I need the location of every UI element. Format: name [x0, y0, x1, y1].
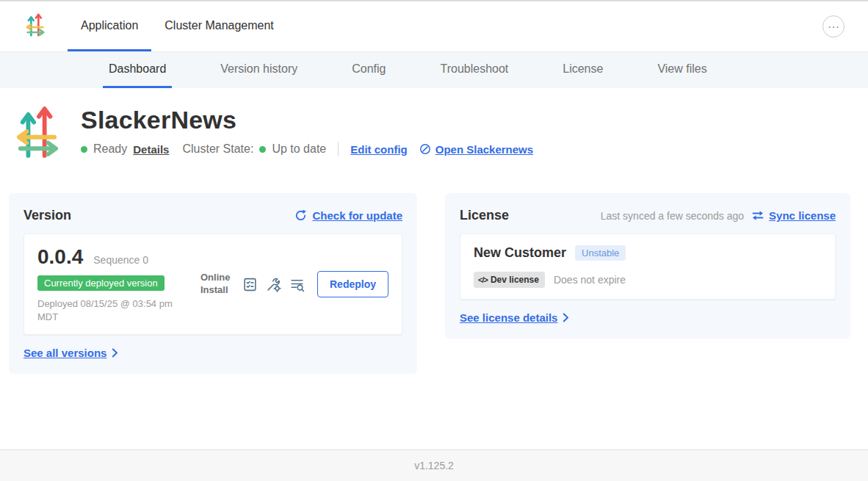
channel-badge: Unstable [575, 245, 626, 261]
open-app-label: Open Slackernews [435, 143, 533, 156]
version-action-icons [242, 277, 305, 292]
last-synced-text: Last synced a few seconds ago [601, 210, 744, 222]
version-card-header: Version Check for update [23, 208, 402, 223]
subnav-troubleshoot[interactable]: Troubleshoot [434, 52, 514, 88]
app-nav-bar: Dashboard Version history Config Trouble… [0, 52, 868, 88]
see-license-details-link[interactable]: See license details [460, 311, 836, 324]
license-header-actions: Last synced a few seconds ago Sync licen… [601, 209, 836, 222]
check-for-update-label: Check for update [312, 209, 402, 222]
version-card-title: Version [23, 208, 71, 223]
open-app-link[interactable]: Open Slackernews [419, 143, 533, 156]
license-row-type: </> Dev license Does not expire [474, 272, 822, 288]
sync-icon [751, 210, 764, 221]
version-card: Version Check for update 0.0.4 Sequ [9, 193, 417, 374]
tab-application[interactable]: Application [68, 1, 151, 51]
top-nav-bar: Application Cluster Management ⋯ [0, 0, 868, 52]
subnav-dashboard[interactable]: Dashboard [103, 52, 172, 88]
footer: v1.125.2 [0, 449, 868, 481]
license-panel: New Customer Unstable </> Dev license Do… [460, 234, 836, 300]
top-tabs: Application Cluster Management [68, 1, 287, 51]
tab-cluster-management[interactable]: Cluster Management [151, 1, 287, 51]
see-all-versions-label: See all versions [23, 347, 106, 359]
current-version-panel: 0.0.4 Sequence 0 Currently deployed vers… [23, 234, 402, 335]
config-wrench-icon[interactable] [266, 277, 281, 292]
app-status-row: Ready Details Cluster State: Up to date … [81, 142, 533, 156]
edit-config-link[interactable]: Edit config [350, 143, 408, 156]
sync-license-label: Sync license [769, 209, 836, 222]
app-status-text: Ready [93, 142, 127, 156]
cluster-state-dot [259, 146, 266, 153]
license-type-label: Dev license [491, 275, 539, 285]
refresh-icon [294, 209, 307, 222]
divider [338, 142, 339, 156]
app-header: SlackerNews Ready Details Cluster State:… [16, 106, 850, 162]
sync-license-link[interactable]: Sync license [751, 209, 836, 222]
subnav-version-history[interactable]: Version history [214, 52, 303, 88]
main-content: SlackerNews Ready Details Cluster State:… [0, 88, 868, 374]
deploy-logs-icon[interactable] [289, 277, 305, 292]
app-logo[interactable] [26, 1, 45, 51]
license-card-title: License [460, 208, 509, 223]
cluster-state-value: Up to date [272, 142, 326, 156]
code-icon: </> [478, 275, 488, 284]
dashboard-cards: Version Check for update 0.0.4 Sequ [9, 193, 850, 374]
app-icon [16, 106, 59, 162]
install-type-label: Online Install [200, 272, 233, 297]
subnav-config[interactable]: Config [346, 52, 391, 88]
details-link[interactable]: Details [133, 143, 169, 156]
subnav-view-files[interactable]: View files [651, 52, 712, 88]
app-header-text: SlackerNews Ready Details Cluster State:… [81, 106, 533, 162]
license-type-badge: </> Dev license [474, 272, 545, 288]
ellipsis-icon: ⋯ [828, 20, 839, 34]
license-card-header: License Last synced a few seconds ago [460, 208, 836, 223]
license-expiry: Does not expire [554, 274, 626, 286]
overflow-menu-button[interactable]: ⋯ [822, 15, 845, 37]
console-version: v1.125.2 [414, 460, 454, 471]
link-icon [419, 143, 431, 155]
app-title: SlackerNews [81, 106, 533, 134]
preflight-checklist-icon[interactable] [242, 277, 258, 292]
license-row-customer: New Customer Unstable [474, 245, 822, 261]
customer-name: New Customer [474, 245, 566, 261]
sequence-label: Sequence 0 [93, 254, 148, 266]
check-for-update-link[interactable]: Check for update [294, 209, 402, 222]
see-all-versions-link[interactable]: See all versions [23, 347, 402, 359]
deployed-badge: Currently deployed version [37, 275, 164, 291]
chevron-right-icon [563, 313, 569, 322]
redeploy-button[interactable]: Redeploy [317, 271, 388, 297]
app-status-dot [81, 146, 87, 153]
current-version-info: 0.0.4 Sequence 0 Currently deployed vers… [37, 245, 184, 323]
slackernews-logo-icon [26, 13, 45, 40]
cluster-state-label: Cluster State: [182, 142, 253, 156]
subnav-license[interactable]: License [557, 52, 609, 88]
version-actions: Online Install [200, 271, 388, 297]
license-card: License Last synced a few seconds ago [445, 193, 850, 339]
version-number: 0.0.4 [37, 245, 83, 269]
chevron-right-icon [112, 348, 118, 358]
see-license-details-label: See license details [460, 311, 557, 324]
deployed-timestamp: Deployed 08/15/25 @ 03:54 pm MDT [37, 297, 184, 323]
